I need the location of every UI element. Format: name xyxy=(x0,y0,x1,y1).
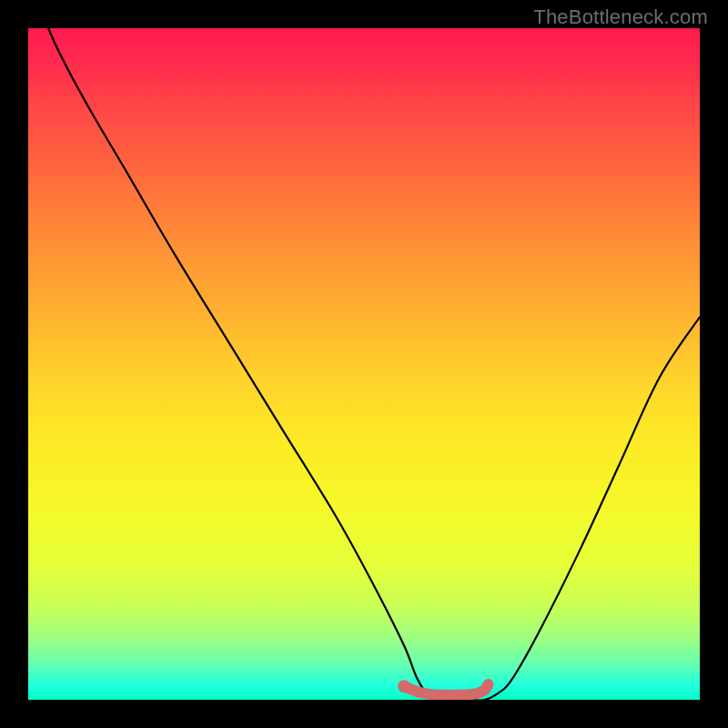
curve-layer xyxy=(28,28,700,700)
bottleneck-curve xyxy=(28,28,700,700)
chart-frame: TheBottleneck.com xyxy=(0,0,728,728)
svg-point-0 xyxy=(398,680,410,693)
optimal-range-marker xyxy=(398,680,488,695)
watermark-text: TheBottleneck.com xyxy=(533,5,708,29)
plot-area xyxy=(28,28,700,700)
